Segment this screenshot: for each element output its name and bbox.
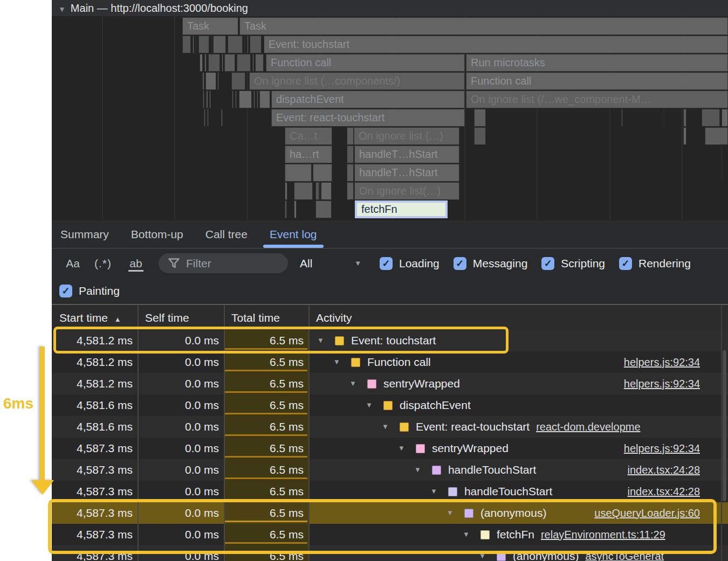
flame-bar-sliver[interactable] [222, 54, 223, 72]
flame-bar[interactable]: On ignore list(…) [354, 182, 459, 200]
disclosure-triangle-icon[interactable]: ▼ [366, 394, 373, 416]
table-row[interactable]: 4,581.2 ms0.0 ms6.5 ms▼Function callhelp… [52, 351, 728, 373]
flame-bar-sliver[interactable] [206, 91, 208, 108]
table-row[interactable]: 4,581.2 ms0.0 ms6.5 ms▼sentryWrappedhelp… [52, 373, 728, 394]
main-thread-track-header[interactable]: ▼Main — http://localhost:3000/booking [52, 0, 728, 16]
flame-bar[interactable]: Event: react-touchstart [271, 109, 465, 127]
activity-label[interactable]: handleTouchStart [448, 459, 536, 481]
flame-bar-sliver[interactable] [244, 36, 245, 53]
flame-bar-sliver[interactable] [255, 54, 264, 72]
source-link[interactable]: helpers.js:92:34 [624, 442, 700, 454]
source-link[interactable]: helpers.js:92:34 [624, 378, 700, 390]
flame-bar-sliver[interactable] [285, 200, 287, 218]
tab-event-log[interactable]: Event log [270, 221, 317, 248]
duration-filter-select[interactable]: All ▼ [300, 257, 366, 270]
flame-bar[interactable]: Function call [266, 54, 465, 72]
activity-label[interactable]: handleTouchStart [464, 481, 552, 502]
table-row[interactable]: 4,587.3 ms0.0 ms6.5 ms▼sentryWrappedhelp… [52, 438, 728, 459]
flame-bar-sliver[interactable] [224, 54, 235, 72]
flame-bar-sliver[interactable] [209, 91, 211, 108]
activity-label[interactable]: Function call [367, 351, 431, 373]
flame-bar-sliver[interactable] [663, 109, 664, 127]
disclosure-triangle-icon[interactable]: ▼ [463, 524, 470, 545]
table-row[interactable]: 4,587.3 ms0.0 ms6.5 ms▼fetchFnrelayEnvir… [52, 524, 728, 545]
flame-bar-sliver[interactable] [213, 36, 226, 53]
disclosure-triangle-icon[interactable]: ▼ [398, 438, 405, 459]
flame-bar-sliver[interactable] [200, 54, 203, 72]
flame-bar-sliver[interactable] [205, 72, 216, 90]
disclosure-triangle-icon[interactable]: ▼ [317, 330, 324, 351]
flame-bar-sliver[interactable] [315, 200, 332, 218]
activity-label[interactable]: Event: react-touchstart [416, 416, 530, 438]
flame-bar-sliver[interactable] [237, 54, 251, 72]
activity-label[interactable]: fetchFn [497, 524, 534, 545]
tab-bottom-up[interactable]: Bottom-up [131, 221, 183, 248]
checkbox-messaging[interactable]: ✓Messaging [454, 257, 528, 270]
activity-label[interactable]: sentryWrapped [383, 373, 460, 394]
flame-bar-sliver[interactable] [347, 127, 354, 145]
flame-bar-sliver[interactable] [211, 36, 212, 53]
flame-bar-sliver[interactable] [702, 109, 720, 127]
flame-bar[interactable] [285, 164, 312, 182]
flame-bar[interactable]: Ca…t [285, 127, 332, 145]
disclosure-triangle-icon[interactable]: ▼ [382, 416, 389, 438]
checkbox-checked-icon[interactable]: ✓ [380, 257, 393, 270]
column-header-total-time[interactable]: Total time [224, 306, 308, 330]
disclosure-triangle-icon[interactable]: ▼ [430, 481, 437, 502]
disclosure-triangle-icon[interactable]: ▼ [349, 373, 356, 394]
flame-bar-sliver[interactable] [347, 182, 354, 200]
flame-bar[interactable]: handleT…hStart [354, 164, 459, 182]
activity-label[interactable]: sentryWrapped [432, 438, 509, 459]
flame-bar-sliver[interactable] [347, 146, 354, 163]
flame-bar-sliver[interactable] [474, 109, 486, 127]
flame-bar-sliver[interactable] [239, 91, 252, 108]
table-row[interactable]: 4,587.3 ms0.0 ms6.5 ms▼handleTouchStarti… [52, 481, 728, 502]
table-row[interactable]: 4,581.2 ms0.0 ms6.5 ms▼Event: touchstart [52, 330, 728, 351]
flame-bar-sliver[interactable] [250, 36, 262, 53]
flame-bar-sliver[interactable] [257, 91, 258, 108]
flame-bar-sliver[interactable] [203, 91, 204, 108]
flame-bar[interactable]: Task [182, 17, 238, 35]
flame-bar[interactable]: On ignore list (/…we_component-M… [466, 91, 728, 108]
flame-bar-sliver[interactable] [204, 54, 207, 72]
flame-bar-sliver[interactable] [208, 54, 220, 72]
source-link[interactable]: index.tsx:24:28 [627, 464, 700, 476]
flame-bar-sliver[interactable] [294, 200, 297, 218]
disclosure-triangle-icon[interactable]: ▼ [333, 351, 340, 373]
column-header-activity[interactable]: Activity [308, 306, 728, 330]
source-link[interactable]: react-dom.developme [536, 421, 640, 433]
flame-bar-sliver[interactable] [207, 109, 209, 127]
disclosure-triangle-icon[interactable]: ▼ [447, 502, 454, 524]
flame-bar-sliver[interactable] [232, 91, 233, 108]
column-divider[interactable] [138, 306, 139, 561]
flame-bar-sliver[interactable] [195, 36, 196, 53]
flame-bar-sliver[interactable] [683, 109, 686, 127]
column-header-start-time[interactable]: Start time▲ [52, 306, 138, 330]
column-header-self-time[interactable]: Self time [138, 306, 224, 330]
disclosure-triangle-icon[interactable]: ▼ [414, 459, 421, 481]
column-divider[interactable] [224, 306, 225, 561]
flame-bar[interactable]: handleT…hStart [354, 146, 459, 163]
column-divider[interactable] [308, 306, 310, 561]
checkbox-checked-icon[interactable]: ✓ [454, 257, 466, 270]
filter-input[interactable]: Filter [159, 253, 288, 273]
flame-bar[interactable]: dispatchEvent [271, 91, 465, 108]
flame-bar[interactable]: Event: touchstart [264, 36, 728, 53]
flame-bar-sliver[interactable] [683, 127, 686, 145]
checkbox-painting[interactable]: ✓Painting [59, 285, 120, 297]
regex-button[interactable]: (.*) [86, 257, 120, 270]
flame-bar-sliver[interactable] [721, 146, 722, 163]
collapse-triangle-icon[interactable]: ▼ [52, 5, 71, 13]
table-row[interactable]: 4,587.3 ms0.0 ms6.5 ms▼(anonymous)useQue… [52, 502, 728, 524]
flame-bar-sliver[interactable] [321, 182, 332, 200]
flame-bar-sliver[interactable] [235, 91, 237, 108]
flame-bar[interactable]: Function call [466, 72, 728, 90]
flame-bar-sliver[interactable] [231, 72, 245, 90]
activity-label[interactable]: Event: touchstart [351, 330, 436, 351]
whole-word-button[interactable]: ab [120, 257, 152, 270]
activity-label[interactable]: (anonymous) [480, 502, 547, 524]
flame-chart[interactable]: TaskTaskEvent: touchstartFunction callRu… [52, 16, 728, 220]
flame-bar-sliver[interactable] [182, 36, 191, 53]
checkbox-checked-icon[interactable]: ✓ [619, 257, 632, 270]
flame-bar[interactable]: On ignore list (…) [354, 127, 459, 145]
